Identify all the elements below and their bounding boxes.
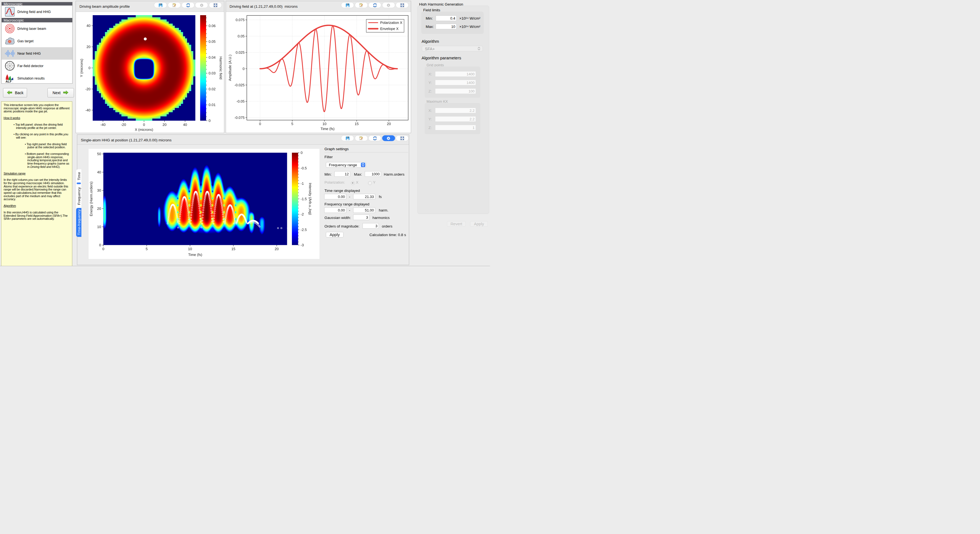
svg-text:...: ...	[12, 81, 13, 83]
svg-text:ALF: ALF	[6, 80, 11, 83]
